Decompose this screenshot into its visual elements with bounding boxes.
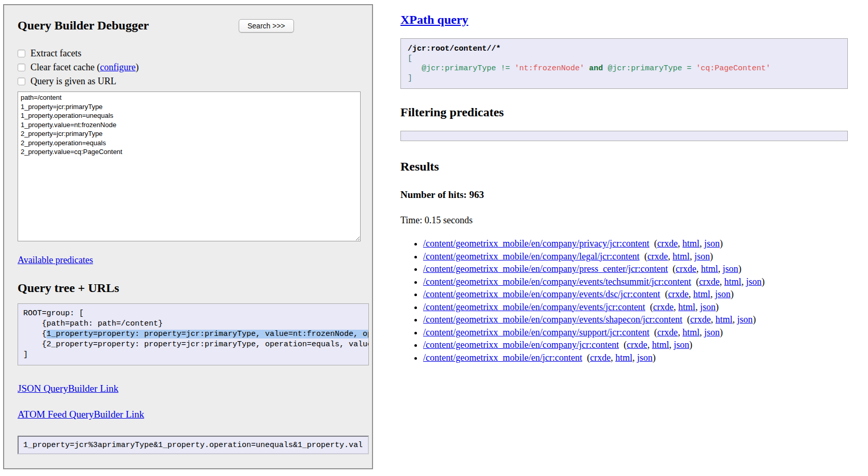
result-path-link[interactable]: /content/geometrixx_mobile/en/company/ev…: [423, 289, 660, 299]
xpath-root-line: /jcr:root/content//*: [408, 44, 841, 54]
result-crxde-link[interactable]: crxde: [690, 314, 711, 325]
result-item: /content/geometrixx_mobile/en/company/pr…: [423, 263, 850, 275]
result-path-link[interactable]: /content/geometrixx_mobile/en/company/su…: [423, 327, 649, 337]
result-item: /content/geometrixx_mobile/en/company/le…: [423, 250, 850, 263]
query-tree-prop1-selected-text: 1_property=property: property=jcr:primar…: [47, 330, 369, 339]
result-path-link[interactable]: /content/geometrixx_mobile/en/company/ev…: [423, 302, 645, 312]
query-as-url-label: Query is given as URL: [30, 76, 116, 87]
xpath-close-bracket: ]: [408, 73, 841, 83]
filtering-predicates-heading: Filtering predicates: [400, 105, 850, 119]
result-crxde-link[interactable]: crxde: [647, 251, 668, 262]
panel-header: Query Builder Debugger Search >>>: [18, 19, 359, 34]
query-input-textarea[interactable]: path=/content 1_property=jcr:primaryType…: [18, 91, 361, 241]
result-path-link[interactable]: /content/geometrixx_mobile/en/company/pr…: [423, 238, 649, 249]
result-path-link[interactable]: /content/geometrixx_mobile/en/company/pr…: [423, 264, 668, 274]
result-item: /content/geometrixx_mobile/en/company/ev…: [423, 301, 850, 314]
query-builder-panel: Query Builder Debugger Search >>> Extrac…: [3, 4, 373, 469]
result-html-link[interactable]: html: [724, 277, 741, 287]
query-tree-line-path: {path=path: path=/content}: [23, 319, 363, 329]
query-tree-line-open: ROOT=group: [: [23, 309, 363, 319]
clear-facet-cache-label: Clear facet cache (configure): [30, 62, 138, 73]
query-as-url-row: Query is given as URL: [18, 74, 359, 88]
number-of-hits: Number of hits: 963: [400, 189, 850, 201]
xpath-indent: [408, 64, 422, 73]
xpath-token-value: 'nt:frozenNode': [515, 64, 584, 73]
result-crxde-link[interactable]: crxde: [590, 352, 611, 363]
result-html-link[interactable]: html: [683, 238, 700, 249]
xpath-tokens: @jcr:primaryType != 'nt:frozenNode' and …: [422, 64, 770, 73]
result-path-link[interactable]: /content/geometrixx_mobile/en/company/ev…: [423, 314, 683, 325]
result-html-link[interactable]: html: [683, 327, 700, 337]
configure-link[interactable]: configure: [100, 62, 135, 72]
xpath-token-plain: [603, 64, 608, 73]
result-item: /content/geometrixx_mobile/en/jcr:conten…: [423, 351, 850, 364]
xpath-token-plain: [584, 64, 589, 73]
querybuilder-url-field[interactable]: [18, 436, 369, 454]
result-json-link[interactable]: json: [637, 352, 653, 363]
result-item: /content/geometrixx_mobile/en/company/pr…: [423, 237, 850, 250]
result-path-link[interactable]: /content/geometrixx_mobile/en/company/jc…: [423, 340, 619, 350]
clear-facet-cache-checkbox[interactable]: [18, 64, 25, 71]
xpath-token-predicate: @jcr:primaryType: [608, 64, 682, 73]
result-path-link[interactable]: /content/geometrixx_mobile/en/jcr:conten…: [423, 352, 582, 363]
result-html-link[interactable]: html: [678, 302, 695, 312]
query-tree-line-prop2: {2_property=property: property=jcr:prima…: [23, 340, 363, 350]
page-title: Query Builder Debugger: [18, 19, 149, 32]
clear-facet-cache-text-after: ): [135, 62, 138, 72]
xpath-token-keyword: and: [589, 64, 603, 73]
result-crxde-link[interactable]: crxde: [627, 340, 647, 350]
result-html-link[interactable]: html: [652, 340, 669, 350]
result-item: /content/geometrixx_mobile/en/company/ev…: [423, 313, 850, 326]
result-item: /content/geometrixx_mobile/en/company/su…: [423, 326, 850, 339]
filtering-predicates-box: [400, 131, 848, 141]
result-json-link[interactable]: json: [737, 314, 753, 325]
result-crxde-link[interactable]: crxde: [657, 238, 678, 249]
result-crxde-link[interactable]: crxde: [657, 327, 678, 337]
results-panel: XPath query /jcr:root/content//*[ @jcr:p…: [400, 0, 850, 364]
results-heading: Results: [400, 160, 850, 174]
atom-feed-querybuilder-link[interactable]: ATOM Feed QueryBuilder Link: [18, 409, 144, 420]
result-item: /content/geometrixx_mobile/en/company/ev…: [423, 288, 850, 301]
extract-facets-label: Extract facets: [30, 48, 81, 59]
json-querybuilder-link[interactable]: JSON QueryBuilder Link: [18, 383, 118, 394]
result-json-link[interactable]: json: [715, 289, 731, 299]
query-tree-box: ROOT=group: [ {path=path: path=/content}…: [18, 303, 369, 365]
result-html-link[interactable]: html: [673, 251, 690, 262]
results-list: /content/geometrixx_mobile/en/company/pr…: [400, 237, 850, 364]
result-item: /content/geometrixx_mobile/en/company/jc…: [423, 339, 850, 351]
xpath-predicate-line: @jcr:primaryType != 'nt:frozenNode' and …: [408, 64, 841, 73]
xpath-query-heading-link[interactable]: XPath query: [400, 13, 468, 27]
xpath-token-operator: =: [682, 64, 696, 73]
result-html-link[interactable]: html: [615, 352, 632, 363]
result-path-link[interactable]: /content/geometrixx_mobile/en/company/ev…: [423, 277, 691, 287]
clear-facet-cache-text: Clear facet cache (: [30, 62, 100, 72]
result-html-link[interactable]: html: [693, 289, 710, 299]
result-crxde-link[interactable]: crxde: [668, 289, 689, 299]
result-path-link[interactable]: /content/geometrixx_mobile/en/company/le…: [423, 251, 640, 262]
extract-facets-checkbox[interactable]: [18, 50, 25, 57]
result-html-link[interactable]: html: [701, 264, 718, 274]
result-json-link[interactable]: json: [704, 238, 720, 249]
query-tree-heading: Query tree + URLs: [18, 281, 359, 295]
search-button[interactable]: Search >>>: [239, 19, 294, 33]
result-json-link[interactable]: json: [723, 264, 738, 274]
xpath-token-value: 'cq:PageContent': [696, 64, 770, 73]
extract-facets-row: Extract facets: [18, 47, 359, 60]
result-crxde-link[interactable]: crxde: [699, 277, 720, 287]
options-group: Extract facets Clear facet cache (config…: [18, 47, 359, 88]
result-crxde-link[interactable]: crxde: [676, 264, 696, 274]
result-json-link[interactable]: json: [746, 277, 762, 287]
query-tree-line-close: ]: [23, 350, 363, 360]
available-predicates-link[interactable]: Available predicates: [18, 255, 93, 266]
clear-facet-cache-row: Clear facet cache (configure): [18, 60, 359, 74]
query-time: Time: 0.15 seconds: [400, 215, 850, 226]
result-json-link[interactable]: json: [704, 327, 720, 337]
result-json-link[interactable]: json: [700, 302, 716, 312]
result-json-link[interactable]: json: [674, 340, 689, 350]
result-json-link[interactable]: json: [694, 251, 710, 262]
query-tree-prop1-prefix: {: [23, 330, 47, 339]
query-as-url-checkbox[interactable]: [18, 78, 25, 85]
xpath-query-box: /jcr:root/content//*[ @jcr:primaryType !…: [400, 38, 848, 89]
result-crxde-link[interactable]: crxde: [653, 302, 674, 312]
result-html-link[interactable]: html: [716, 314, 733, 325]
